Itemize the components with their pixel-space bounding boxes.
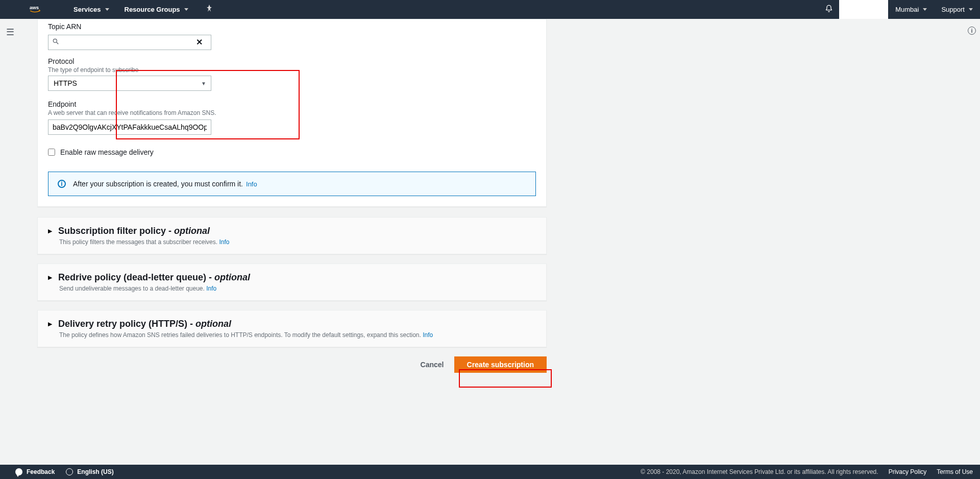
topic-arn-input[interactable]	[48, 35, 211, 50]
endpoint-hint: A web server that can receive notificati…	[48, 109, 536, 116]
footer-bar: Feedback English (US) © 2008 - 2020, Ama…	[0, 465, 980, 479]
language-label: English (US)	[77, 468, 113, 475]
region-label: Mumbai	[895, 6, 919, 13]
redrive-policy-header[interactable]: ▶ Redrive policy (dead-letter queue) - o…	[48, 272, 536, 283]
endpoint-input[interactable]	[48, 119, 211, 135]
topic-arn-label: Topic ARN	[48, 22, 536, 31]
retry-policy-title: Delivery retry policy (HTTP/S) - optiona…	[58, 319, 231, 329]
nav-account-gap	[839, 0, 888, 19]
filter-policy-header[interactable]: ▶ Subscription filter policy - optional	[48, 226, 536, 236]
pin-icon[interactable]	[206, 5, 212, 14]
nav-right: Mumbai Support	[819, 0, 980, 19]
confirm-info-alert: i After your subscription is created, yo…	[48, 172, 536, 196]
search-icon	[52, 38, 59, 47]
raw-delivery-row[interactable]: Enable raw message delivery	[48, 148, 536, 156]
privacy-policy-link[interactable]: Privacy Policy	[889, 468, 927, 475]
speech-bubble-icon	[15, 468, 22, 475]
feedback-label: Feedback	[27, 468, 55, 475]
redrive-policy-sub: Send undeliverable messages to a dead-le…	[59, 285, 536, 292]
caret-down-icon	[923, 8, 927, 11]
globe-icon	[66, 468, 73, 475]
support-menu[interactable]: Support	[934, 0, 980, 19]
create-subscription-button[interactable]: Create subscription	[454, 356, 547, 373]
language-selector[interactable]: English (US)	[66, 468, 113, 475]
form-actions: Cancel Create subscription	[37, 356, 547, 383]
redrive-policy-panel: ▶ Redrive policy (dead-letter queue) - o…	[37, 264, 547, 301]
redrive-policy-info-link[interactable]: Info	[206, 285, 216, 292]
protocol-select[interactable]: HTTPS ▼	[48, 76, 211, 91]
feedback-link[interactable]: Feedback	[15, 468, 55, 475]
info-icon: i	[58, 180, 66, 188]
confirm-info-text: After your subscription is created, you …	[73, 180, 243, 188]
filter-policy-panel: ▶ Subscription filter policy - optional …	[37, 217, 547, 254]
protocol-select-wrap: HTTPS ▼	[48, 76, 211, 91]
region-selector[interactable]: Mumbai	[888, 0, 934, 19]
raw-delivery-label: Enable raw message delivery	[60, 148, 154, 156]
svg-line-2	[57, 42, 59, 44]
retry-policy-info-link[interactable]: Info	[423, 331, 433, 339]
support-label: Support	[941, 6, 965, 13]
page-scroll-area[interactable]: Topic ARN ✕ Protocol The type of endpoin…	[0, 19, 980, 465]
topic-arn-search: ✕	[48, 35, 536, 50]
clear-input-icon[interactable]: ✕	[196, 37, 203, 47]
expand-triangle-icon: ▶	[48, 321, 52, 327]
redrive-policy-title: Redrive policy (dead-letter queue) - opt…	[58, 272, 250, 283]
protocol-label: Protocol	[48, 57, 536, 65]
filter-policy-sub: This policy filters the messages that a …	[59, 238, 536, 246]
nav-resource-groups-menu[interactable]: Resource Groups	[125, 6, 188, 13]
protocol-hint: The type of endpoint to subscribe	[48, 66, 211, 74]
caret-down-icon	[969, 8, 973, 11]
nav-services-label: Services	[74, 6, 101, 13]
details-panel: Topic ARN ✕ Protocol The type of endpoin…	[37, 19, 547, 207]
filter-policy-title: Subscription filter policy - optional	[58, 226, 210, 236]
retry-policy-panel: ▶ Delivery retry policy (HTTP/S) - optio…	[37, 310, 547, 347]
terms-of-use-link[interactable]: Terms of Use	[937, 468, 973, 475]
caret-down-icon	[105, 8, 109, 11]
protocol-value: HTTPS	[54, 79, 77, 87]
confirm-info-link[interactable]: Info	[246, 180, 257, 188]
top-nav-bar: aws Services Resource Groups Mumbai Supp…	[0, 0, 980, 19]
content-column: Topic ARN ✕ Protocol The type of endpoin…	[37, 19, 547, 383]
nav-resource-groups-label: Resource Groups	[125, 6, 180, 13]
endpoint-label: Endpoint	[48, 100, 536, 108]
svg-text:aws: aws	[30, 4, 39, 10]
cancel-button[interactable]: Cancel	[410, 356, 454, 373]
nav-services-menu[interactable]: Services	[74, 6, 109, 13]
aws-logo[interactable]: aws	[30, 4, 48, 15]
raw-delivery-checkbox[interactable]	[48, 149, 55, 156]
expand-triangle-icon: ▶	[48, 274, 52, 281]
dropdown-triangle-icon: ▼	[201, 81, 206, 86]
retry-policy-header[interactable]: ▶ Delivery retry policy (HTTP/S) - optio…	[48, 319, 536, 329]
svg-point-1	[53, 39, 57, 42]
retry-policy-sub: The policy defines how Amazon SNS retrie…	[59, 331, 536, 339]
footer-copyright: © 2008 - 2020, Amazon Internet Services …	[641, 468, 878, 475]
notifications-bell-icon[interactable]	[819, 5, 839, 15]
filter-policy-info-link[interactable]: Info	[219, 238, 229, 246]
expand-triangle-icon: ▶	[48, 228, 52, 234]
caret-down-icon	[184, 8, 188, 11]
